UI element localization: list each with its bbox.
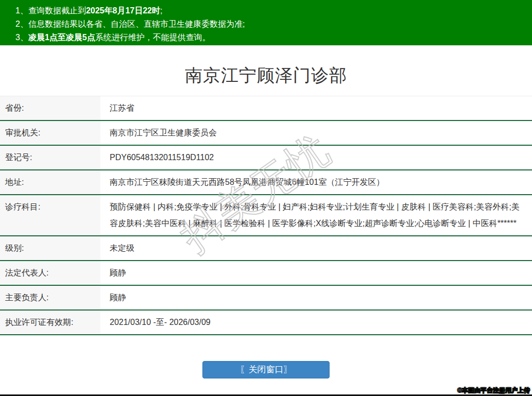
close-window-button[interactable]: 〖关闭窗口〗 [202,361,330,378]
row-label: 执业许可证有效期: [0,311,100,334]
row-label: 级别: [0,236,100,260]
row-label: 省份: [0,96,100,120]
row-value: 南京市江宁区卫生健康委员会 [100,121,532,145]
table-row-approval-authority: 审批机关: 南京市江宁区卫生健康委员会 [0,121,532,146]
table-row-level: 级别: 未定级 [0,236,532,261]
notice-number: 1、 [15,6,28,15]
row-value: 顾静 [100,286,532,309]
notice-line-3: 3、凌晨1点至凌晨5点系统进行维护，不能提供查询。 [15,31,527,44]
table-row-license-validity: 执业许可证有效期: 2021/03/10 -至- 2026/03/09 [0,311,532,335]
row-value: 未定级 [100,236,532,260]
row-value: 2021/03/10 -至- 2026/03/09 [100,311,532,334]
row-label: 审批机关: [0,121,100,145]
medical-institution-query-result-page: 1、查询数据截止到2025年8月17日22时; 2、信息数据结果以各省、自治区、… [0,0,532,396]
table-row-address: 地址: 南京市江宁区秣陵街道天元西路58号凤凰港商贸城6幢101室（江宁开发区） [0,170,532,195]
row-label: 登记号: [0,146,100,169]
notice-number: 2、 [15,20,28,28]
row-value: 顾静 [100,261,532,285]
table-row-medical-departments: 诊疗科目: 预防保健科 | 内科;免疫学专业 | 外科;骨科专业 | 妇产科;妇… [0,195,532,236]
notice-text: 系统进行维护，不能提供查询。 [95,33,211,42]
notice-line-1: 1、查询数据截止到2025年8月17日22时; [15,4,527,18]
row-label: 法定代表人: [0,261,100,285]
row-value: 预防保健科 | 内科;免疫学专业 | 外科;骨科专业 | 妇产科;妇科专业;计划… [100,195,532,235]
table-row-registration-number: 登记号: PDY60548132011519D1102 [0,146,532,170]
institution-name-title: 南京江宁顾泽门诊部 [0,64,532,84]
row-label: 诊疗科目: [0,195,100,235]
institution-details-table: 省份: 江苏省 审批机关: 南京市江宁区卫生健康委员会 登记号: PDY6054… [0,96,532,335]
notice-text-bold: 凌晨1点至凌晨5点 [28,33,95,42]
notice-number: 3、 [15,33,28,42]
notice-banner: 1、查询数据截止到2025年8月17日22时; 2、信息数据结果以各省、自治区、… [0,0,532,45]
row-label: 地址: [0,170,100,194]
table-row-legal-representative: 法定代表人: 顾静 [0,261,532,286]
table-row-person-in-charge: 主要负责人: 顾静 [0,286,532,311]
row-value: PDY60548132011519D1102 [100,146,532,169]
notice-text-bold: 2025年8月17日22时 [86,6,160,15]
upload-credit-text: ©本图由平台注册用户上传 [457,386,530,395]
notice-text: 查询数据截止到 [28,6,86,15]
table-row-province: 省份: 江苏省 [0,96,532,121]
row-label: 主要负责人: [0,286,100,309]
notice-text: 信息数据结果以各省、自治区、直辖市卫生健康委数据为准; [28,20,245,28]
button-row: 〖关闭窗口〗 [0,361,532,378]
notice-line-2: 2、信息数据结果以各省、自治区、直辖市卫生健康委数据为准; [15,18,527,31]
row-value: 江苏省 [100,96,532,120]
row-value: 南京市江宁区秣陵街道天元西路58号凤凰港商贸城6幢101室（江宁开发区） [100,170,532,194]
notice-text: ; [160,6,162,15]
